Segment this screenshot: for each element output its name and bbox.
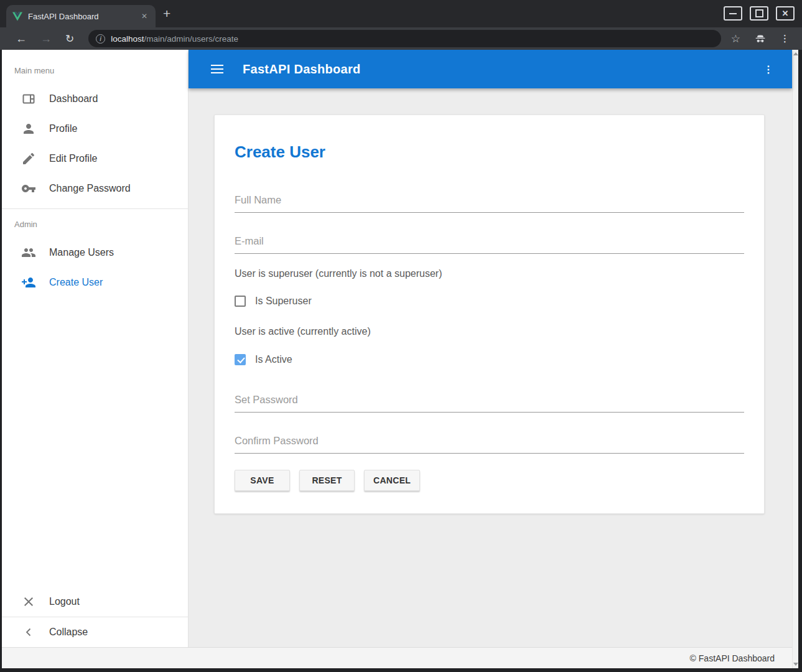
main-area: FastAPI Dashboard ⋮ Create User [189,50,792,647]
sidebar-item-edit-profile[interactable]: Edit Profile [2,144,188,174]
sidebar-item-collapse[interactable]: Collapse [2,617,188,647]
vertical-scrollbar[interactable] [792,50,798,668]
sidebar-divider [2,208,188,209]
forward-icon[interactable]: → [40,33,52,44]
copyright-text: © FastAPI Dashboard [690,653,775,663]
sidebar-item-label: Edit Profile [49,153,97,164]
key-icon [21,181,36,196]
sidebar-item-label: Create User [49,277,103,288]
reload-icon[interactable]: ↻ [65,34,74,44]
tab-title: FastAPI Dashboard [28,12,139,21]
browser-window: FastAPI Dashboard ✕ + ✕ ← → ↻ i localhos… [0,0,802,672]
incognito-icon [754,32,767,45]
sidebar-item-label: Dashboard [49,93,98,105]
sidebar-item-label: Logout [49,596,80,607]
app-title: FastAPI Dashboard [243,62,361,77]
active-checkbox-row[interactable]: Is Active [235,354,744,365]
active-checkbox-label: Is Active [255,354,292,365]
confirm-password-input[interactable] [235,434,744,454]
sidebar-item-create-user[interactable]: Create User [2,268,188,297]
tab-strip: FastAPI Dashboard ✕ + ✕ [0,0,802,27]
people-icon [21,245,36,260]
scroll-up-icon[interactable] [793,52,798,55]
person-icon [21,121,36,136]
sidebar-item-label: Manage Users [49,247,114,258]
email-input[interactable] [235,234,744,254]
pencil-icon [21,151,36,166]
full-name-input[interactable] [235,193,744,213]
url-bar[interactable]: i localhost/main/admin/users/create [88,30,721,47]
email-field [235,234,744,254]
sidebar-item-manage-users[interactable]: Manage Users [2,238,188,268]
minimize-button[interactable] [724,6,742,21]
sidebar-group-admin: Admin [14,220,188,229]
create-user-card: Create User User is superuser (currently… [214,114,765,514]
url-host: localhost [111,34,144,44]
page-footer: © FastAPI Dashboard [2,647,792,668]
confirm-password-field [235,434,744,454]
browser-tab[interactable]: FastAPI Dashboard ✕ [6,5,156,27]
browser-toolbar: ← → ↻ i localhost/main/admin/users/creat… [0,27,802,50]
active-hint: User is active (currently active) [235,326,744,337]
sidebar-item-label: Profile [49,123,77,134]
maximize-button[interactable] [750,6,768,21]
dashboard-icon [21,91,36,106]
person-add-icon [21,275,36,290]
active-checkbox[interactable] [235,354,246,365]
chevron-left-icon [21,625,36,640]
reset-button[interactable]: RESET [299,470,355,491]
browser-menu-icon[interactable]: ⋮ [780,33,790,44]
appbar-menu-icon[interactable]: ⋮ [763,63,773,75]
close-x-icon [21,594,36,609]
save-button[interactable]: SAVE [235,470,290,491]
sidebar-item-change-password[interactable]: Change Password [2,174,188,203]
cancel-button[interactable]: CANCEL [364,470,420,491]
bookmark-star-icon[interactable]: ☆ [731,32,740,45]
superuser-checkbox-label: Is Superuser [255,296,312,307]
scroll-down-icon[interactable] [793,663,798,666]
back-icon[interactable]: ← [16,33,27,44]
set-password-field [235,393,744,413]
hamburger-menu-icon[interactable] [211,65,223,73]
superuser-checkbox[interactable] [235,296,246,307]
tab-close-icon[interactable]: ✕ [139,12,149,21]
sidebar-item-dashboard[interactable]: Dashboard [2,84,188,114]
sidebar-group-main-menu: Main menu [14,66,188,75]
close-button[interactable]: ✕ [776,6,795,21]
sidebar-item-profile[interactable]: Profile [2,114,188,144]
vue-favicon-icon [12,12,22,21]
set-password-input[interactable] [235,393,744,413]
new-tab-button[interactable]: + [163,6,170,21]
sidebar: Main menu Dashboard [2,50,189,647]
content-area: Create User User is superuser (currently… [189,88,792,647]
superuser-checkbox-row[interactable]: Is Superuser [235,296,744,307]
superuser-hint: User is superuser (currently is not a su… [235,268,744,279]
full-name-field [235,193,744,213]
page-title: Create User [235,142,744,162]
sidebar-item-label: Collapse [49,627,88,638]
window-controls: ✕ [724,6,795,21]
url-path: /main/admin/users/create [144,34,239,44]
sidebar-item-label: Change Password [49,183,131,194]
page: Main menu Dashboard [2,50,798,668]
form-buttons: SAVE RESET CANCEL [235,470,744,491]
site-info-icon[interactable]: i [96,34,105,44]
sidebar-item-logout[interactable]: Logout [2,587,188,617]
app-bar: FastAPI Dashboard ⋮ [189,50,792,88]
